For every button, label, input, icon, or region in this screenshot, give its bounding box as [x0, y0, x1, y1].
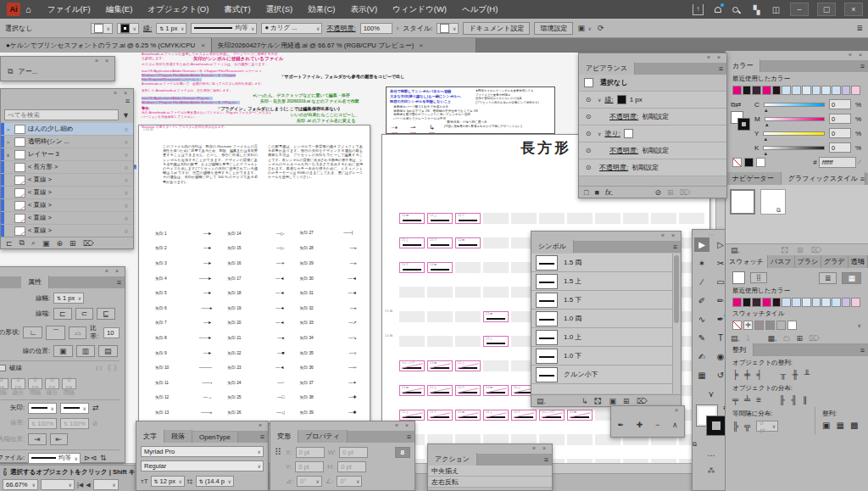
menu-item[interactable]: オブジェクト(O)	[140, 0, 216, 19]
arrow-item[interactable]: 矢印 10———	[147, 365, 220, 370]
symbol-grid-cell[interactable]: 1.5 両	[483, 311, 509, 322]
registration-swatch[interactable]: ✛	[743, 321, 753, 330]
arrow-item[interactable]: 矢印 15—▷	[220, 245, 292, 250]
panel-menu-icon[interactable]: ≡	[860, 258, 865, 266]
menu-item[interactable]: 効果(C)	[300, 0, 342, 19]
arrow-item[interactable]: 矢印 25—□	[220, 394, 292, 399]
symbol-grid-cell[interactable]: 1.0 両	[483, 385, 509, 396]
arrow-item[interactable]: 矢印 36—∾	[292, 365, 364, 370]
tab-transparency[interactable]: 透明	[849, 255, 868, 268]
flip-across-icon[interactable]: ⇅	[100, 454, 107, 462]
color-swatch[interactable]	[776, 321, 786, 330]
layer-expander-icon[interactable]	[4, 176, 12, 184]
symbol-grid-cell[interactable]: クルン小下	[539, 410, 565, 421]
symbol-grid-cell[interactable]: 1.0 両	[455, 237, 481, 248]
arrow-item[interactable]: 矢印 8——►	[147, 335, 220, 340]
tab-actions[interactable]: アクション	[428, 453, 477, 466]
arrow-item[interactable]: 矢印 17—◄	[220, 276, 292, 281]
align-center-icon[interactable]: ▣	[53, 345, 73, 357]
arrow-item[interactable]: 矢印 23—◄	[220, 365, 292, 370]
line-tool[interactable]: ∕	[694, 275, 709, 289]
space-icon-2[interactable]: ╦	[744, 421, 750, 431]
symbol-grid-cell[interactable]: 1.5 下	[455, 213, 481, 224]
symbol-grid-cell[interactable]: 1.5 下	[399, 262, 425, 273]
tab-graphic-styles[interactable]: グラフィックスタイル	[782, 172, 865, 185]
recent-color-swatch[interactable]	[812, 298, 821, 307]
recent-color-swatch[interactable]	[782, 86, 791, 95]
slider-thumb-icon[interactable]: ▲	[765, 118, 771, 126]
layer-expander-icon[interactable]	[4, 215, 12, 222]
arrow-item[interactable]: 矢印 27——⎸	[292, 230, 364, 236]
recent-color-swatch[interactable]	[762, 86, 771, 95]
symbol-grid-cell[interactable]: 1.5 両	[427, 360, 453, 371]
recent-color-swatch[interactable]	[851, 86, 860, 95]
collapse-icon[interactable]: «	[532, 445, 538, 451]
arrow-item[interactable]: 矢印 35—∝	[292, 350, 364, 355]
arrow-item[interactable]: 矢印 18—◄	[220, 290, 292, 295]
layer-target-icon[interactable]: ○	[125, 177, 128, 183]
gs-new-icon[interactable]: ⊞	[797, 246, 804, 254]
panel-menu-icon[interactable]: ≡	[673, 243, 677, 251]
visibility-eye-icon[interactable]: ⊙	[582, 130, 594, 137]
symbol-grid-cell[interactable]: 1.5 上	[399, 237, 425, 248]
layer-expander-icon[interactable]	[4, 202, 12, 209]
recent-color-swatch[interactable]	[792, 86, 801, 95]
align-to-icon-1[interactable]: ▣	[822, 421, 830, 430]
arrowhead-start-dropdown[interactable]	[28, 403, 57, 414]
layer-target-icon[interactable]: ○	[125, 203, 128, 209]
slider-track[interactable]: ▲	[764, 103, 825, 107]
pattern-options-icon[interactable]: ⣿	[750, 272, 767, 283]
symbol-grid-cell[interactable]: 1.5 両	[399, 385, 425, 396]
layer-target-icon[interactable]: ○	[125, 190, 128, 196]
recent-color-swatch[interactable]	[851, 298, 860, 307]
symbol-grid-cell[interactable]: 1.5 上	[427, 213, 453, 224]
arrow-item[interactable]: 矢印 1—►	[147, 231, 220, 236]
pen-tool-icon[interactable]: ✒	[617, 421, 624, 429]
stroke-label[interactable]: 線:	[143, 24, 152, 33]
color-swatch[interactable]	[754, 321, 764, 330]
dash-input[interactable]: 0 px	[11, 378, 25, 389]
gs-libraries-icon[interactable]: ▤.	[731, 246, 740, 254]
scroll-down-icon[interactable]: ∨	[858, 322, 861, 328]
dash-checkbox[interactable]	[0, 365, 6, 371]
collect-icon[interactable]: ⧉	[19, 238, 25, 248]
document-tab-2[interactable]: 矢印20260427ケルン用経過.ai @ 66.67 % (RGB/CPU プ…	[212, 38, 476, 53]
layer-row[interactable]: < 直線 >○	[1, 225, 133, 237]
arrow-item[interactable]: 矢印 20—◄	[220, 320, 292, 325]
gs-delete-icon[interactable]: ⌦	[811, 246, 822, 254]
appearance-row[interactable]: ⊙不透明度:初期設定	[579, 109, 726, 126]
stroke-width-input[interactable]: ⇅1 px	[156, 23, 186, 34]
panel-menu-icon[interactable]: ≡	[260, 432, 264, 441]
layer-target-icon[interactable]: ○	[125, 165, 128, 170]
layer-target-icon[interactable]: ○	[125, 228, 128, 234]
align-to-icon-2[interactable]: ▦	[836, 421, 843, 430]
new-layer-icon[interactable]: ⊞	[70, 239, 76, 248]
font-size-input[interactable]: ⇅12 px	[151, 476, 185, 487]
tab-transform[interactable]: 変形	[270, 430, 298, 443]
color-slider-c[interactable]: C▲0%	[754, 99, 861, 109]
collapse-icon[interactable]: «	[707, 54, 713, 60]
place-symbol-icon[interactable]: ↳	[581, 397, 588, 405]
symbol-list-item[interactable]: 1.5 上	[531, 272, 672, 291]
swatch-kinds-icon[interactable]: ▦.	[768, 334, 777, 343]
color-swatch[interactable]	[787, 321, 797, 330]
dash-input[interactable]: 0 px	[62, 378, 76, 389]
hex-input[interactable]: ffffff	[819, 157, 856, 168]
recent-color-swatch[interactable]	[782, 298, 791, 307]
panel-menu-icon[interactable]: ≡	[860, 175, 865, 183]
scale-end-input[interactable]: ⇅100%	[60, 418, 89, 429]
color-slider-k[interactable]: K▲0%	[754, 142, 861, 153]
symbol-list-item[interactable]: 1.5 下	[531, 291, 672, 310]
selection-tool[interactable]: ▶	[694, 237, 709, 252]
stroke-proxy[interactable]	[738, 119, 749, 130]
cap-projecting-icon[interactable]: ⊑	[97, 308, 115, 320]
symbol-grid-cell[interactable]: 1.5 下	[427, 237, 453, 248]
panel-menu-icon[interactable]: ≡	[860, 62, 865, 70]
arrow-item[interactable]: 矢印 26—◁	[220, 410, 292, 415]
symbol-list-item[interactable]: 1.5 両	[531, 254, 672, 272]
arrow-item[interactable]: 矢印 2—►	[147, 245, 220, 250]
visibility-eye-icon[interactable]: ⊙	[582, 147, 594, 154]
appearance-row[interactable]: ⊙不透明度:初期設定	[579, 142, 726, 159]
visibility-eye-icon[interactable]: ⊙	[582, 113, 594, 120]
share-icon[interactable]: ↑	[693, 4, 704, 15]
